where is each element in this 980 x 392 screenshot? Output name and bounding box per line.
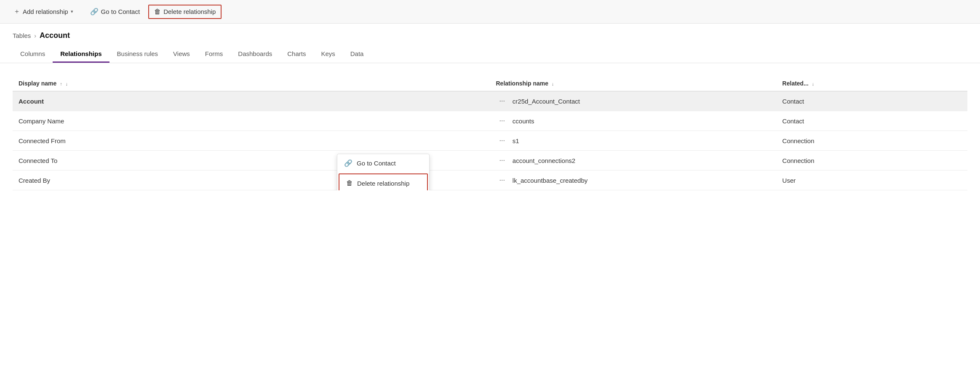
- row-dots-button[interactable]: ···: [496, 96, 508, 106]
- link-icon: 🔗: [90, 8, 99, 16]
- sort-icon-related: ↓: [812, 81, 814, 86]
- cell-relationship-name: ··· account_connections2: [490, 151, 777, 171]
- sort-asc-icon: ↑: [60, 81, 62, 86]
- row-dots-button[interactable]: ···: [496, 136, 508, 145]
- go-to-contact-button[interactable]: 🔗 Go to Contact: [85, 5, 145, 18]
- trash-icon: 🗑: [154, 8, 161, 16]
- tables-breadcrumb-link[interactable]: Tables: [13, 32, 31, 39]
- tabs-nav: Columns Relationships Business rules Vie…: [0, 42, 980, 63]
- cell-related: User: [777, 171, 967, 190]
- link-icon: 🔗: [344, 159, 352, 167]
- breadcrumb: Tables › Account: [0, 24, 980, 40]
- table-row[interactable]: Company Name ··· ccounts Contact: [13, 111, 967, 131]
- breadcrumb-separator: ›: [34, 32, 36, 39]
- sort-desc-icon: ↓: [66, 81, 68, 86]
- tab-dashboards[interactable]: Dashboards: [230, 46, 280, 63]
- table-row[interactable]: Connected From ··· s1 Connection: [13, 131, 967, 151]
- delete-relationship-label: Delete relationship: [163, 8, 216, 15]
- tab-relationships[interactable]: Relationships: [53, 46, 109, 63]
- main-content: Display name ↑ ↓ Relationship name ↓ Rel…: [0, 63, 980, 190]
- plus-icon: ＋: [13, 7, 20, 16]
- relationships-table: Display name ↑ ↓ Relationship name ↓ Rel…: [13, 76, 967, 190]
- cell-related: Connection: [777, 151, 967, 171]
- go-to-contact-label: Go to Contact: [101, 8, 140, 15]
- cell-related: Contact: [777, 91, 967, 111]
- tab-columns[interactable]: Columns: [13, 46, 53, 63]
- chevron-down-icon: ▾: [71, 9, 73, 14]
- cell-relationship-name: ··· s1: [490, 131, 777, 151]
- tab-keys[interactable]: Keys: [313, 46, 342, 63]
- row-dots-button[interactable]: ···: [496, 176, 508, 185]
- add-relationship-label: Add relationship: [23, 8, 68, 15]
- table-row[interactable]: Account ··· cr25d_Account_Contact Contac…: [13, 91, 967, 111]
- cell-display-name: Company Name: [13, 111, 490, 131]
- col-display-name-label: Display name: [19, 80, 56, 87]
- delete-relationship-button[interactable]: 🗑 Delete relationship: [148, 5, 222, 19]
- col-header-display-name[interactable]: Display name ↑ ↓: [13, 76, 490, 91]
- cell-related: Contact: [777, 111, 967, 131]
- context-menu: 🔗 Go to Contact 🗑 Delete relationship: [337, 154, 430, 190]
- table-row[interactable]: Created By ··· lk_accountbase_createdby …: [13, 171, 967, 190]
- trash-icon: 🗑: [346, 179, 353, 187]
- tab-data[interactable]: Data: [343, 46, 371, 63]
- row-dots-button[interactable]: ···: [496, 156, 508, 165]
- cell-display-name: Account: [13, 91, 490, 111]
- cell-relationship-name: ··· cr25d_Account_Contact: [490, 91, 777, 111]
- cell-related: Connection: [777, 131, 967, 151]
- context-go-to-contact-label: Go to Contact: [357, 160, 396, 167]
- context-delete-relationship-label: Delete relationship: [357, 180, 409, 187]
- cell-display-name: Connected From: [13, 131, 490, 151]
- sort-icon-rel: ↓: [552, 81, 554, 86]
- col-header-related[interactable]: Related... ↓: [777, 76, 967, 91]
- tab-views[interactable]: Views: [166, 46, 198, 63]
- context-go-to-contact[interactable]: 🔗 Go to Contact: [337, 154, 429, 172]
- tab-business-rules[interactable]: Business rules: [109, 46, 166, 63]
- add-relationship-button[interactable]: ＋ Add relationship ▾: [8, 5, 78, 19]
- table-header-row: Display name ↑ ↓ Relationship name ↓ Rel…: [13, 76, 967, 91]
- tab-forms[interactable]: Forms: [198, 46, 231, 63]
- breadcrumb-current: Account: [40, 31, 70, 40]
- cell-relationship-name: ··· ccounts: [490, 111, 777, 131]
- cell-relationship-name: ··· lk_accountbase_createdby: [490, 171, 777, 190]
- row-dots-button[interactable]: ···: [496, 116, 508, 125]
- tab-charts[interactable]: Charts: [280, 46, 313, 63]
- col-related-label: Related...: [782, 80, 809, 87]
- table-row[interactable]: Connected To ··· account_connections2 Co…: [13, 151, 967, 171]
- context-delete-relationship[interactable]: 🗑 Delete relationship: [339, 173, 428, 190]
- col-rel-name-label: Relationship name: [496, 80, 548, 87]
- toolbar: ＋ Add relationship ▾ 🔗 Go to Contact 🗑 D…: [0, 0, 980, 24]
- col-header-relationship-name[interactable]: Relationship name ↓: [490, 76, 777, 91]
